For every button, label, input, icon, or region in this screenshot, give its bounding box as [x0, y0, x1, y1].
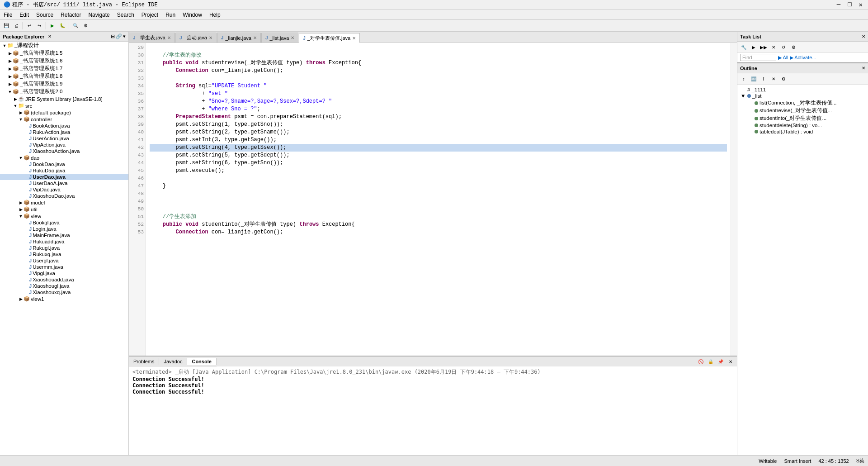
- editor-tab-_学生表-java[interactable]: J_学生表.java✕: [129, 33, 175, 43]
- menu-item-refactor[interactable]: Refactor: [57, 10, 85, 19]
- tree-item[interactable]: JRukuadd.java: [0, 238, 128, 245]
- outline-item[interactable]: studentdelete(String) : vo...: [739, 122, 866, 128]
- tree-item[interactable]: JRukuDao.java: [0, 167, 128, 174]
- toolbar-btn-6[interactable]: ⚙: [81, 21, 90, 30]
- tree-item[interactable]: JXiaoshouadd.java: [0, 276, 128, 283]
- editor-tab-_启动-java[interactable]: J_启动.java✕: [175, 33, 217, 43]
- minimize-button[interactable]: ─: [835, 1, 842, 9]
- tree-item[interactable]: ▶📦_书店管理系统1.6: [0, 57, 128, 65]
- outline-btn3[interactable]: f: [759, 74, 768, 83]
- outline-item[interactable]: list(Connection, _对学生表传值...: [739, 99, 866, 107]
- console-clear-btn[interactable]: 🚫: [696, 357, 705, 366]
- tree-item[interactable]: ▶📦_书店管理系统1.8: [0, 72, 128, 80]
- tree-item[interactable]: JVipAction.java: [0, 142, 128, 148]
- menu-item-source[interactable]: Source: [33, 10, 57, 19]
- tree-item[interactable]: ▼📦view: [0, 213, 128, 219]
- tree-item[interactable]: ▶📦_书店管理系统1.7: [0, 65, 128, 72]
- outline-btn5[interactable]: ⚙: [779, 74, 788, 83]
- tree-item[interactable]: JUserDaoA.java: [0, 180, 128, 186]
- tree-item[interactable]: JBookgl.java: [0, 219, 128, 226]
- tree-item[interactable]: ▶📦model: [0, 199, 128, 206]
- tree-item[interactable]: ▶📦view1: [0, 295, 128, 302]
- task-list-btn4[interactable]: ✕: [769, 43, 778, 52]
- outline-close-icon[interactable]: ✕: [862, 66, 865, 71]
- menu-item-project[interactable]: Project: [138, 10, 162, 19]
- maximize-button[interactable]: □: [846, 1, 853, 9]
- task-list-close-icon[interactable]: ✕: [862, 34, 865, 39]
- outline-btn2[interactable]: 🔤: [749, 74, 758, 83]
- tree-item[interactable]: JRukuxq.java: [0, 251, 128, 257]
- find-options[interactable]: ▶ All ▶ Activate...: [778, 55, 816, 61]
- tab-close-icon[interactable]: ✕: [167, 35, 171, 40]
- console-tab-console[interactable]: Console: [187, 358, 216, 365]
- view-menu-icon[interactable]: ▾: [123, 33, 126, 39]
- tree-item[interactable]: JBookAction.java: [0, 123, 128, 129]
- tab-close-icon[interactable]: ✕: [209, 35, 212, 40]
- tree-item[interactable]: ▶☕JRE System Library [JavaSE-1.8]: [0, 95, 128, 102]
- tree-item[interactable]: ▼📦dao: [0, 154, 128, 161]
- close-button[interactable]: ✕: [857, 1, 864, 9]
- tree-item[interactable]: ▼📦_书店管理系统2.0: [0, 88, 128, 95]
- task-list-btn2[interactable]: ▶: [749, 43, 758, 52]
- tree-item[interactable]: JUsergl.java: [0, 257, 128, 264]
- menu-item-search[interactable]: Search: [113, 10, 138, 19]
- run-button[interactable]: ▶: [48, 21, 57, 30]
- outline-item[interactable]: studentrevise(_对学生表传值...: [739, 107, 866, 114]
- task-list-btn1[interactable]: 🔧: [739, 43, 748, 52]
- editor-scrollbar[interactable]: [731, 43, 737, 356]
- tree-item[interactable]: JXiaoshouAction.java: [0, 148, 128, 154]
- tree-item[interactable]: ▶📦_书店管理系统1.5: [0, 49, 128, 57]
- tree-item[interactable]: ▶📦(default package): [0, 109, 128, 116]
- collapse-all-icon[interactable]: ⊟: [111, 33, 115, 39]
- outline-item[interactable]: studentinto(_对学生表传值...: [739, 114, 866, 122]
- tree-item[interactable]: JUserAction.java: [0, 135, 128, 142]
- tree-item[interactable]: JBookDao.java: [0, 161, 128, 167]
- pkg-explorer-x-icon[interactable]: ✕: [48, 34, 52, 39]
- outline-item[interactable]: tabledeal(JTable) : void: [739, 128, 866, 135]
- tree-item[interactable]: JXiaoshougl.java: [0, 283, 128, 289]
- tree-item[interactable]: JRukugl.java: [0, 245, 128, 251]
- tree-item[interactable]: JRukuAction.java: [0, 129, 128, 135]
- task-list-btn3[interactable]: ▶▶: [759, 43, 768, 52]
- link-editor-icon[interactable]: 🔗: [116, 33, 122, 39]
- tab-close-icon[interactable]: ✕: [253, 35, 257, 40]
- menu-item-window[interactable]: Window: [179, 10, 206, 19]
- tree-item[interactable]: JVipgl.java: [0, 270, 128, 276]
- toolbar-btn-4[interactable]: ↪: [35, 21, 44, 30]
- outline-btn4[interactable]: ✕: [769, 74, 778, 83]
- editor-tab-_lianjie-java[interactable]: J_lianjie.java✕: [217, 33, 261, 43]
- outline-btn1[interactable]: ↕: [739, 74, 748, 83]
- tree-item[interactable]: ▼📦controller: [0, 116, 128, 123]
- tree-item[interactable]: JLogin.java: [0, 226, 128, 232]
- toolbar-btn-1[interactable]: 💾: [2, 21, 11, 30]
- task-find-input[interactable]: [740, 54, 776, 61]
- tree-item[interactable]: JMainFrame.java: [0, 232, 128, 238]
- tree-item[interactable]: ▶📦util: [0, 206, 128, 213]
- console-pin-btn[interactable]: 📌: [716, 357, 725, 366]
- debug-button[interactable]: 🐛: [58, 21, 67, 30]
- outline-item[interactable]: # _1111: [739, 86, 866, 93]
- tree-item[interactable]: ▼📁_课程设计: [0, 42, 128, 49]
- outline-item[interactable]: ▼ _list: [739, 93, 866, 99]
- tree-item[interactable]: ▶📦_书店管理系统1.9: [0, 80, 128, 88]
- tree-item[interactable]: ▼📁src: [0, 102, 128, 109]
- editor-tab-_list-java[interactable]: J_list.java✕: [261, 33, 298, 43]
- task-list-btn6[interactable]: ⚙: [789, 43, 798, 52]
- tab-close-icon[interactable]: ✕: [352, 36, 356, 41]
- menu-item-navigate[interactable]: Navigate: [85, 10, 113, 19]
- code-editor[interactable]: //学生表的修改 public void studentrevise(_对学生表…: [146, 43, 731, 356]
- tree-item[interactable]: JVipDao.java: [0, 186, 128, 193]
- console-tab-javadoc[interactable]: Javadoc: [159, 358, 187, 365]
- toolbar-btn-3[interactable]: ↩: [25, 21, 34, 30]
- toolbar-btn-2[interactable]: 🖨: [12, 21, 21, 30]
- tab-close-icon[interactable]: ✕: [291, 35, 294, 40]
- menu-item-help[interactable]: Help: [206, 10, 224, 19]
- task-list-btn5[interactable]: ↺: [779, 43, 788, 52]
- menu-item-run[interactable]: Run: [162, 10, 179, 19]
- editor-tab-_对学生表传值-java[interactable]: J_对学生表传值.java✕: [299, 33, 360, 43]
- toolbar-btn-5[interactable]: 🔍: [71, 21, 80, 30]
- tree-item[interactable]: JUserDao.java: [0, 174, 128, 180]
- tree-item[interactable]: JUsermm.java: [0, 264, 128, 270]
- menu-item-edit[interactable]: Edit: [16, 10, 33, 19]
- console-scroll-lock-btn[interactable]: 🔒: [706, 357, 715, 366]
